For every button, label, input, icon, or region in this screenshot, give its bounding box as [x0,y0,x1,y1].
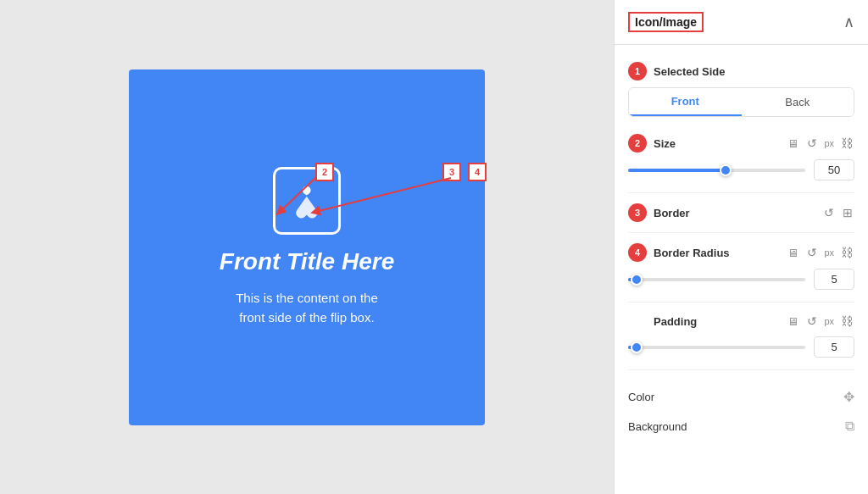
annotation-badge-3: 3 [442,163,461,181]
monitor-icon: 🖥 [787,137,798,150]
step-badge-4: 4 [628,243,647,262]
padding-unit: px [824,316,834,326]
back-toggle-button[interactable]: Back [742,88,854,116]
border-controls: ↺ ⊞ [822,204,854,221]
divider-4 [628,369,854,370]
step-badge-2: 2 [628,134,647,153]
padding-slider-thumb[interactable] [631,341,643,353]
border-radius-controls: ↺ px ⛓ [805,244,854,261]
front-content: This is the content on thefront side of … [236,289,378,327]
annotation-badge-2: 2 [315,163,334,181]
padding-reset-button[interactable]: ↺ [805,313,819,330]
border-radius-value-input[interactable] [814,269,854,290]
border-radius-reset-button[interactable]: ↺ [805,244,819,261]
size-reset-button[interactable]: ↺ [805,135,819,152]
padding-slider-track[interactable] [628,346,805,349]
background-label: Background [628,420,845,433]
padding-value-input[interactable] [814,336,854,358]
padding-slider-row [628,336,854,358]
canvas-area: 2 3 4 Front Title Here [0,0,614,494]
panel-body: 1 Selected Side Front Back 2 Size 🖥 ↺ px… [615,45,868,454]
border-radius-slider-row [628,269,854,290]
size-slider-track[interactable] [628,169,805,172]
front-title: Front Title Here [220,248,394,275]
size-slider-fill [628,169,726,172]
front-toggle-button[interactable]: Front [629,88,742,116]
annotation-badge-4: 4 [468,163,487,181]
color-label: Color [628,391,843,403]
color-section: Color ✥ Background ⧉ [628,374,854,444]
border-label: Border [654,207,815,219]
selected-side-label: Selected Side [654,65,854,78]
size-controls: ↺ px ⛓ [805,135,854,152]
padding-link-button[interactable]: ⛓ [839,313,854,330]
border-row: 3 Border ↺ ⊞ [628,197,854,229]
chevron-up-icon: ∧ [843,14,854,31]
airbnb-icon [287,180,327,221]
border-radius-slider-thumb[interactable] [631,274,643,286]
size-slider-row [628,159,854,180]
color-move-icon[interactable]: ✥ [843,389,854,405]
padding-controls: ↺ px ⛓ [805,313,854,330]
size-label: Size [654,137,781,150]
padding-label: Padding [654,315,781,328]
step-badge-1: 1 [628,62,647,80]
padding-row-header: Padding 🖥 ↺ px ⛓ [628,306,854,336]
divider-2 [628,232,854,233]
background-copy-icon[interactable]: ⧉ [845,419,854,434]
size-slider-thumb[interactable] [720,164,732,176]
border-radius-link-button[interactable]: ⛓ [839,244,854,261]
panel-header: Icon/Image ∧ [615,0,868,45]
border-radius-unit: px [824,247,834,258]
size-link-button[interactable]: ⛓ [839,135,854,152]
border-radius-slider-track[interactable] [628,278,805,281]
size-unit: px [824,138,834,148]
size-value-input[interactable] [814,159,854,180]
side-toggle-group: Front Back [628,87,854,117]
color-row: Color ✥ [628,382,854,412]
selected-side-row: 1 Selected Side [628,55,854,87]
border-grid-button[interactable]: ⊞ [841,204,854,221]
size-row-header: 2 Size 🖥 ↺ px ⛓ [628,127,854,159]
border-radius-monitor-icon: 🖥 [787,247,798,259]
divider-1 [628,192,854,193]
step-badge-3: 3 [628,203,647,222]
background-row: Background ⧉ [628,412,854,441]
annotation-arrows [129,69,485,425]
padding-monitor-icon: 🖥 [787,315,798,328]
right-panel: Icon/Image ∧ 1 Selected Side Front Back … [614,0,868,494]
panel-title: Icon/Image [628,12,704,32]
divider-3 [628,302,854,303]
border-reset-button[interactable]: ↺ [822,204,836,221]
border-radius-label: Border Radius [654,247,781,259]
panel-collapse-button[interactable]: ∧ [843,14,854,30]
border-radius-row-header: 4 Border Radius 🖥 ↺ px ⛓ [628,236,854,269]
flip-box-preview: 2 3 4 Front Title Here [129,69,485,425]
